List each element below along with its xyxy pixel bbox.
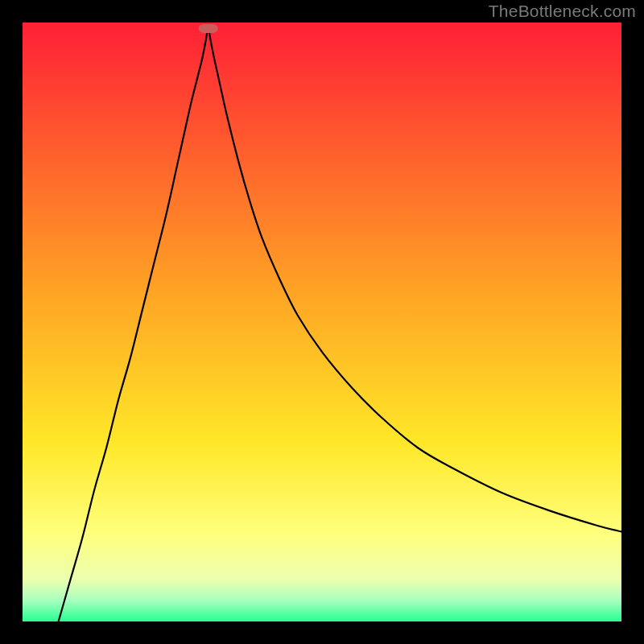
watermark-text: TheBottleneck.com	[489, 2, 636, 21]
chart-svg	[23, 23, 621, 621]
minimum-marker	[199, 24, 218, 33]
chart-frame: TheBottleneck.com	[0, 0, 644, 644]
plot-background	[23, 23, 621, 621]
chart-plot-area	[23, 23, 621, 621]
